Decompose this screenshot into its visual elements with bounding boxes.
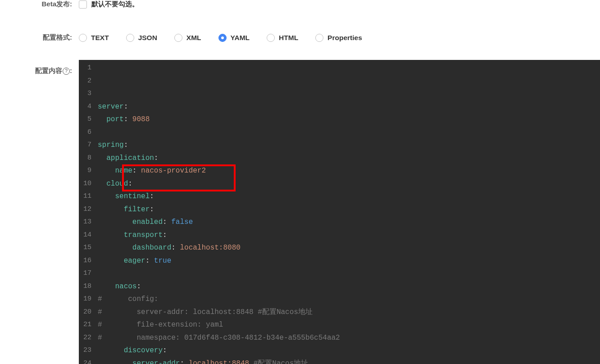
radio-label: XML — [186, 34, 201, 42]
format-label: 配置格式: — [0, 33, 79, 42]
code-line: spring: — [98, 139, 340, 152]
radio-icon — [218, 34, 227, 42]
config-content-row: 配置内容?: 123456789101112131415161718192021… — [0, 60, 600, 364]
code-editor[interactable]: 123456789101112131415161718192021222324 … — [79, 60, 600, 364]
radio-label: Properties — [327, 34, 362, 42]
code-line: sentinel: — [98, 190, 340, 203]
radio-icon — [267, 34, 275, 42]
radio-icon — [79, 34, 87, 42]
code-line: # server-addr: localhost:8848 #配置Nacos地址 — [98, 306, 340, 319]
code-line: nacos: — [98, 280, 340, 293]
format-option-yaml[interactable]: YAML — [218, 34, 250, 42]
format-option-text[interactable]: TEXT — [79, 34, 109, 42]
code-line: cloud: — [98, 177, 340, 191]
code-line: server: — [98, 100, 340, 114]
beta-label: Beta发布: — [0, 0, 79, 9]
code-line: port: 9088 — [98, 113, 340, 126]
radio-label: TEXT — [91, 34, 109, 42]
radio-label: YAML — [231, 34, 250, 42]
help-icon[interactable]: ? — [63, 68, 70, 75]
radio-icon — [174, 34, 182, 42]
format-option-html[interactable]: HTML — [267, 34, 298, 42]
beta-checkbox-container: 默认不要勾选。 — [79, 0, 139, 9]
code-line: # namespace: 017d6f48-c308-4812-b34e-a55… — [98, 332, 340, 345]
format-option-json[interactable]: JSON — [126, 34, 157, 42]
code-line: discovery: — [98, 344, 340, 357]
beta-checkbox[interactable] — [79, 0, 87, 9]
editor-gutter: 123456789101112131415161718192021222324 — [79, 60, 95, 364]
code-line: filter: — [98, 203, 340, 216]
editor-code-area[interactable]: server: port: 9088spring: application: n… — [95, 60, 340, 364]
code-line: eager: true — [98, 255, 340, 268]
code-line: application: — [98, 152, 340, 165]
code-line — [98, 267, 340, 280]
format-radio-group: TEXTJSONXMLYAMLHTMLProperties — [79, 34, 362, 42]
code-line: enabled: false — [98, 216, 340, 229]
radio-label: HTML — [279, 34, 298, 42]
code-line: name: nacos-provider2 — [98, 164, 340, 177]
code-line: dashboard: localhost:8080 — [98, 241, 340, 255]
config-content-label: 配置内容?: — [0, 67, 79, 75]
code-line — [98, 126, 340, 139]
code-line: # config: — [98, 293, 340, 306]
radio-label: JSON — [138, 34, 157, 42]
radio-icon — [126, 34, 134, 42]
format-row: 配置格式: TEXTJSONXMLYAMLHTMLProperties — [0, 33, 600, 42]
code-line: server-addr: localhost:8848 #配置Nacos地址 — [98, 357, 340, 364]
beta-checkbox-label: 默认不要勾选。 — [91, 0, 139, 9]
beta-publish-row: Beta发布: 默认不要勾选。 — [0, 0, 600, 9]
format-option-properties[interactable]: Properties — [315, 34, 362, 42]
code-line: # file-extension: yaml — [98, 318, 340, 332]
radio-icon — [315, 34, 323, 42]
code-line: transport: — [98, 229, 340, 242]
format-option-xml[interactable]: XML — [174, 34, 201, 42]
